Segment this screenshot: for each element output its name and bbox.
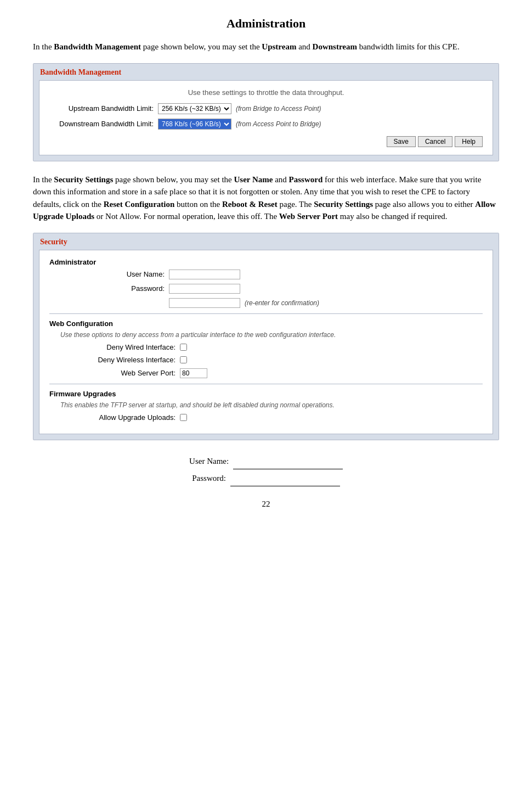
- web-config-label: Web Configuration: [49, 319, 483, 328]
- bandwidth-panel: Bandwidth Management Use these settings …: [33, 63, 499, 161]
- password-bold: Password: [289, 175, 323, 184]
- divider2: [49, 384, 483, 384]
- deny-wireless-checkbox[interactable]: [180, 356, 187, 363]
- allow-upgrade-checkbox[interactable]: [180, 414, 187, 421]
- bandwidth-management-bold: Bandwidth Management: [54, 42, 141, 51]
- password-confirm-note: (re-enter for confirmation): [245, 299, 319, 307]
- bandwidth-description: Use these settings to throttle the data …: [49, 88, 483, 97]
- bandwidth-help-button[interactable]: Help: [455, 136, 483, 147]
- deny-wireless-row: Deny Wireless Interface:: [71, 356, 483, 364]
- security-settings-bold2: Security Settings: [314, 200, 373, 209]
- username-label: User Name:: [60, 270, 165, 278]
- upstream-note: (from Bridge to Access Point): [236, 105, 321, 113]
- downstream-select[interactable]: 64 Kb/s (~8 KB/s) 128 Kb/s (~16 KB/s) 25…: [158, 119, 231, 130]
- deny-wired-row: Deny Wired Interface:: [71, 343, 483, 351]
- username-row: User Name:: [60, 270, 483, 279]
- intro-bandwidth: In the Bandwidth Management page shown b…: [33, 41, 499, 53]
- password-confirm-row: (re-enter for confirmation): [60, 298, 483, 308]
- web-server-port-bold: Web Server Port: [279, 212, 338, 221]
- password-row: Password:: [60, 284, 483, 294]
- bottom-username-label: User Name:: [189, 457, 229, 465]
- security-panel: Security Administrator User Name: Passwo…: [33, 233, 499, 440]
- downstream-note: (from Access Point to Bridge): [236, 120, 321, 128]
- bandwidth-save-button[interactable]: Save: [387, 136, 416, 147]
- bandwidth-panel-body: Use these settings to throttle the data …: [39, 80, 493, 155]
- username-input[interactable]: [169, 270, 240, 279]
- bandwidth-panel-header: Bandwidth Management: [33, 64, 499, 80]
- page-number: 22: [33, 500, 499, 509]
- web-server-port-label: Web Server Port:: [71, 369, 176, 377]
- security-settings-bold1: Security Settings: [54, 175, 113, 184]
- web-server-port-input[interactable]: [180, 368, 207, 378]
- downstream-bold: Downstream: [313, 42, 357, 51]
- bandwidth-buttons: Save Cancel Help: [49, 136, 483, 147]
- downstream-label: Downstream Bandwidth Limit:: [49, 120, 154, 128]
- user-name-bold: User Name: [234, 175, 273, 184]
- firmware-desc: This enables the TFTP server at startup,…: [60, 401, 483, 409]
- bottom-username-line: [233, 452, 343, 469]
- bandwidth-cancel-button[interactable]: Cancel: [418, 136, 452, 147]
- deny-wireless-label: Deny Wireless Interface:: [71, 356, 176, 364]
- upstream-label: Upstream Bandwidth Limit:: [49, 104, 154, 113]
- divider1: [49, 313, 483, 314]
- firmware-label: Firmware Upgrades: [49, 390, 483, 398]
- bottom-credentials: User Name: Password:: [33, 452, 499, 486]
- password-input[interactable]: [169, 284, 240, 294]
- web-server-port-row: Web Server Port:: [71, 368, 483, 378]
- reset-configuration-bold: Reset Configuration: [104, 200, 175, 209]
- allow-upgrade-label: Allow Upgrade Uploads:: [71, 413, 176, 422]
- deny-wired-checkbox[interactable]: [180, 344, 187, 351]
- deny-wired-label: Deny Wired Interface:: [71, 343, 176, 351]
- intro-security: In the Security Settings page shown belo…: [33, 173, 499, 223]
- password-confirm-input[interactable]: [169, 298, 240, 308]
- upstream-row: Upstream Bandwidth Limit: 64 Kb/s (~8 KB…: [49, 103, 483, 114]
- upstream-bold: Upstream: [262, 42, 296, 51]
- bottom-username-row: User Name:: [33, 452, 499, 469]
- bottom-password-label: Password:: [192, 474, 226, 483]
- reboot-reset-bold: Reboot & Reset: [222, 200, 278, 209]
- administrator-label: Administrator: [49, 258, 483, 266]
- bottom-password-line: [230, 469, 340, 486]
- page-title: Administration: [33, 16, 499, 31]
- bottom-password-row: Password:: [33, 469, 499, 486]
- security-panel-body: Administrator User Name: Password: (re-e…: [39, 250, 493, 434]
- upstream-select[interactable]: 64 Kb/s (~8 KB/s) 128 Kb/s (~16 KB/s) 25…: [158, 103, 231, 114]
- password-label: Password:: [60, 284, 165, 293]
- security-panel-header: Security: [33, 233, 499, 250]
- downstream-row: Downstream Bandwidth Limit: 64 Kb/s (~8 …: [49, 119, 483, 130]
- allow-upgrade-row: Allow Upgrade Uploads:: [71, 413, 483, 422]
- web-config-desc: Use these options to deny access from a …: [60, 331, 483, 339]
